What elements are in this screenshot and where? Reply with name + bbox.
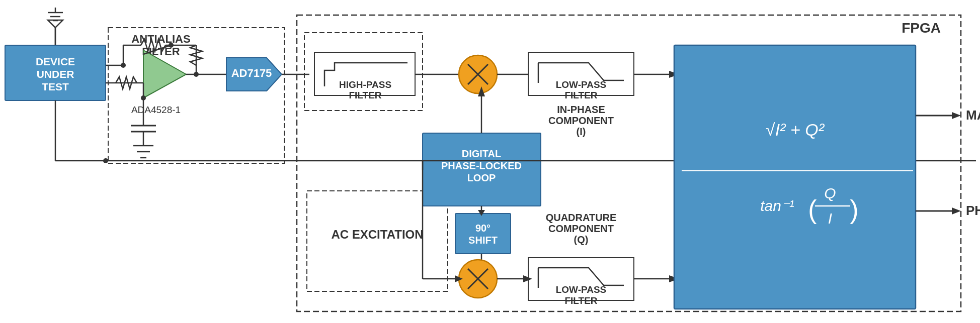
paren-open: ( bbox=[808, 195, 817, 224]
phase-formula-tan: tan⁻¹ bbox=[760, 197, 794, 214]
shift-label2: SHIFT bbox=[468, 235, 498, 246]
block-diagram: FPGA ANTIALIAS FILTER AC EXCITATION DEVI… bbox=[0, 0, 980, 323]
hpf-label2: FILTER bbox=[349, 90, 381, 100]
amp-label: ADA4528-1 bbox=[131, 104, 181, 115]
inphase-label2: COMPONENT bbox=[548, 115, 614, 126]
shift-label1: 90° bbox=[475, 223, 491, 234]
lpf-q-label1: LOW-PASS bbox=[556, 284, 607, 295]
svg-rect-57 bbox=[455, 213, 511, 254]
dpll-label1: DIGITAL bbox=[462, 148, 502, 159]
svg-rect-75 bbox=[674, 45, 916, 309]
lpf-i-label2: FILTER bbox=[564, 90, 597, 100]
hpf-label1: HIGH-PASS bbox=[339, 79, 391, 90]
phase-formula-i: I bbox=[828, 210, 832, 227]
svg-point-56 bbox=[103, 158, 108, 163]
antialias-label: ANTIALIAS bbox=[131, 33, 190, 45]
magnitude-label: MAGNITUDE bbox=[966, 107, 980, 123]
quad-label2: COMPONENT bbox=[548, 223, 614, 234]
lpf-q-label2: FILTER bbox=[564, 295, 597, 306]
lpf-i-label1: LOW-PASS bbox=[556, 79, 607, 90]
inphase-label1: IN-PHASE bbox=[557, 104, 605, 115]
phase-formula-q: Q bbox=[824, 185, 836, 201]
adc-label: AD7175 bbox=[231, 67, 272, 79]
quad-label1: QUADRATURE bbox=[546, 212, 617, 223]
paren-close: ) bbox=[850, 195, 858, 224]
dut-label3: TEST bbox=[42, 81, 69, 92]
dut-label1: DEVICE bbox=[36, 56, 75, 67]
phase-label: PHASE bbox=[966, 203, 980, 218]
acexcitation-label: AC EXCITATION bbox=[331, 228, 423, 241]
dpll-label3: LOOP bbox=[467, 172, 496, 183]
dpll-label2: PHASE-LOCKED bbox=[441, 160, 522, 171]
inphase-label3: (I) bbox=[577, 126, 586, 137]
magnitude-formula: √I² + Q² bbox=[766, 120, 825, 139]
quad-label3: (Q) bbox=[574, 234, 589, 245]
dut-label2: UNDER bbox=[37, 68, 74, 80]
fpga-label: FPGA bbox=[902, 20, 941, 36]
